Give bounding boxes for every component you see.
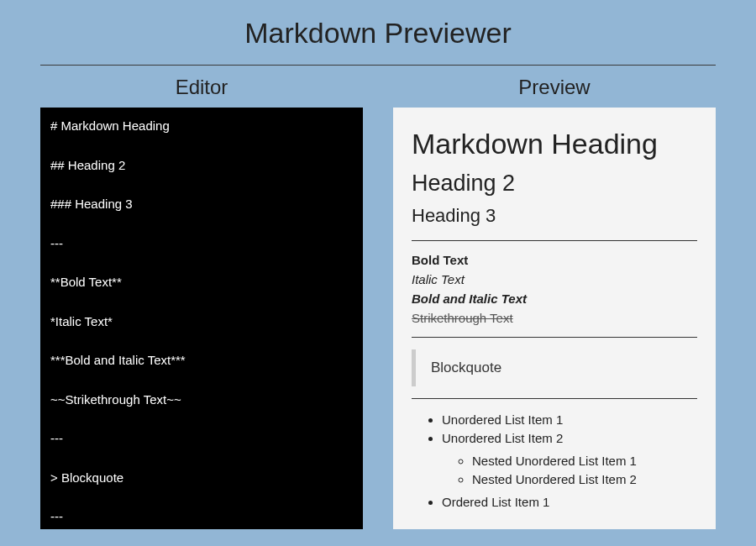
preview-ul-nested: Nested Unordered List Item 1 Nested Unor… [442,452,697,488]
preview-bold: Bold Text [412,253,468,267]
panes-row: Editor Preview Markdown Heading Heading … [40,76,716,529]
preview-h1: Markdown Heading [412,128,697,160]
list-item: Nested Unordered List Item 2 [472,470,697,488]
app-root: Markdown Previewer Editor Preview Markdo… [0,0,756,546]
list-item-label: Unordered List Item 2 [442,431,563,445]
preview-italic: Italic Text [412,272,465,286]
preview-h2: Heading 2 [412,171,697,197]
title-divider [40,65,716,66]
preview-h3: Heading 3 [412,205,697,227]
preview-blockquote: Blockquote [412,349,697,386]
page-title: Markdown Previewer [40,8,716,65]
preview-output[interactable]: Markdown Heading Heading 2 Heading 3 Bol… [393,108,716,529]
preview-ul: Unordered List Item 1 Unordered List Ite… [412,411,697,511]
editor-textarea[interactable] [40,108,363,529]
editor-heading: Editor [40,76,363,99]
editor-pane: Editor [40,76,363,529]
list-item: Unordered List Item 1 [442,411,697,428]
list-item: Ordered List Item 1 [442,493,697,511]
preview-strike: Strikethrough Text [412,311,513,325]
preview-heading: Preview [393,76,716,99]
list-item: Nested Unordered List Item 1 [472,452,697,470]
preview-bold-italic: Bold and Italic Text [412,291,527,306]
preview-hr-2 [412,337,697,338]
preview-hr-1 [412,240,697,241]
preview-pane: Preview Markdown Heading Heading 2 Headi… [393,76,716,529]
preview-hr-3 [412,398,697,399]
list-item: Unordered List Item 2 Nested Unordered L… [442,429,697,488]
